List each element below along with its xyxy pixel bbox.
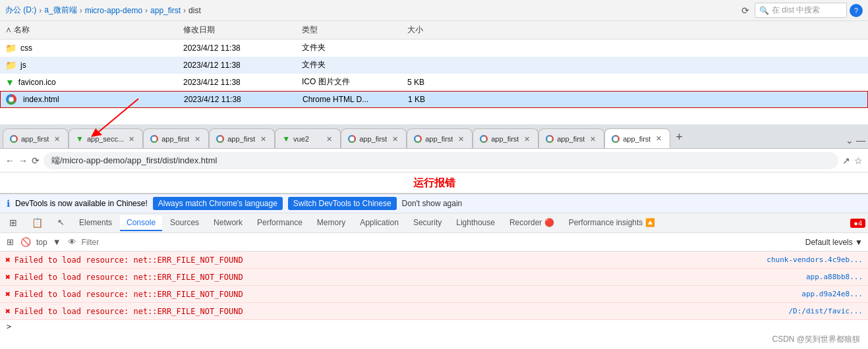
error-src-3[interactable]: app.d9a24e8... bbox=[801, 290, 863, 298]
tab-close-9[interactable]: ✕ bbox=[589, 134, 597, 144]
match-language-button[interactable]: Always match Chrome's language bbox=[153, 197, 283, 210]
chrome-icon bbox=[612, 135, 620, 143]
tab-scroll-minimize[interactable]: — bbox=[856, 135, 865, 146]
dt-tab-inspect-icon[interactable]: 📋 bbox=[25, 215, 49, 232]
sidebar-toggle-icon[interactable]: ⊞ bbox=[5, 236, 15, 248]
file-explorer: 办公 (D:) › a_微前端 › micro-app-demo › app_f… bbox=[0, 0, 868, 125]
tab-close-6[interactable]: ✕ bbox=[391, 134, 399, 144]
tab-app-first-6[interactable]: app_first ✕ bbox=[473, 128, 538, 148]
breadcrumb-item-2[interactable]: a_微前端 bbox=[44, 5, 76, 16]
file-row-js[interactable]: 📁 js 2023/4/12 11:38 文件夹 bbox=[0, 57, 868, 74]
error-icon-4: ✖ bbox=[5, 306, 11, 316]
tab-network[interactable]: Network bbox=[207, 215, 249, 231]
devtools-tabs: ⊞ 📋 ↖ Elements Console Sources Network P… bbox=[0, 213, 868, 233]
tab-app-first-5[interactable]: app_first ✕ bbox=[407, 128, 473, 148]
file-row-favicon[interactable]: ▼ favicon.ico 2023/4/12 11:38 ICO 图片文件 5… bbox=[0, 74, 868, 91]
tab-perf-insights[interactable]: Performance insights 🔼 bbox=[562, 215, 662, 231]
tab-close-10[interactable]: ✕ bbox=[654, 134, 663, 144]
chrome-icon bbox=[414, 135, 422, 143]
forward-icon[interactable]: → bbox=[18, 155, 28, 166]
refresh-icon[interactable]: ⟳ bbox=[32, 155, 40, 166]
chrome-icon bbox=[6, 94, 16, 105]
csdn-watermark: CSDN @笑到世界都狼狈 bbox=[772, 334, 860, 345]
col-size: 大小 bbox=[407, 24, 460, 36]
tab-app-secc[interactable]: ▼ app_secc... ✕ bbox=[69, 128, 143, 148]
clear-console-icon[interactable]: 🚫 bbox=[19, 236, 32, 248]
tab-scroll-down[interactable]: ⌄ bbox=[846, 135, 854, 146]
tab-arrows: ⌄ — bbox=[846, 135, 865, 148]
console-errors: ✖ Failed to load resource: net::ERR_FILE… bbox=[0, 252, 868, 333]
filter-input[interactable] bbox=[82, 238, 801, 247]
error-icon-3: ✖ bbox=[5, 289, 11, 299]
error-src-1[interactable]: chunk-vendors.4c9eb... bbox=[767, 255, 863, 264]
tab-app-first-4[interactable]: app_first ✕ bbox=[341, 128, 407, 148]
breadcrumb-bar: 办公 (D:) › a_微前端 › micro-app-demo › app_f… bbox=[0, 0, 868, 21]
tab-lighthouse[interactable]: Lighthouse bbox=[449, 215, 502, 231]
info-icon: ℹ bbox=[7, 198, 10, 209]
console-row-2: ✖ Failed to load resource: net::ERR_FILE… bbox=[0, 269, 868, 286]
file-name-js: 📁 js bbox=[5, 60, 183, 70]
tab-elements[interactable]: Elements bbox=[72, 215, 119, 231]
dt-tab-cursor-icon[interactable]: ↖ bbox=[51, 215, 71, 231]
error-src-2[interactable]: app.a88bb8... bbox=[806, 273, 863, 281]
breadcrumb-item-3[interactable]: micro-app-demo bbox=[85, 6, 142, 15]
tab-close-4[interactable]: ✕ bbox=[259, 134, 268, 144]
console-row-3: ✖ Failed to load resource: net::ERR_FILE… bbox=[0, 286, 868, 303]
breadcrumb-item-4[interactable]: app_first bbox=[150, 6, 181, 15]
tab-console[interactable]: Console bbox=[120, 215, 162, 231]
file-table-header: ∧ 名称 修改日期 类型 大小 bbox=[0, 21, 868, 40]
col-name: ∧ 名称 bbox=[5, 24, 183, 36]
error-msg-4: Failed to load resource: net::ERR_FILE_N… bbox=[14, 307, 785, 316]
tab-vue2[interactable]: ▼ vue2 ✕ bbox=[275, 128, 341, 148]
chrome-icon bbox=[216, 135, 224, 143]
tab-app-first-3[interactable]: app_first ✕ bbox=[209, 128, 275, 148]
tabs-bar: app_first ✕ ▼ app_secc... ✕ app_first ✕ … bbox=[0, 125, 868, 149]
vue-icon: ▼ bbox=[76, 134, 84, 144]
breadcrumb-current: dist bbox=[188, 6, 201, 15]
new-tab-button[interactable]: + bbox=[670, 128, 688, 147]
bookmark-icon[interactable]: ☆ bbox=[854, 155, 863, 166]
chrome-icon bbox=[10, 135, 18, 143]
context-dropdown-icon[interactable]: ▼ bbox=[51, 236, 63, 248]
error-count: ●4 bbox=[850, 219, 865, 228]
vue-icon: ▼ bbox=[5, 77, 14, 88]
file-row-index[interactable]: index.html 2023/4/12 11:38 Chrome HTML D… bbox=[0, 91, 868, 108]
tab-memory[interactable]: Memory bbox=[310, 215, 352, 231]
dt-tab-sidepanel-icon[interactable]: ⊞ bbox=[3, 215, 24, 232]
error-src-4[interactable]: /D:/dist/favic... bbox=[788, 307, 863, 315]
eye-icon[interactable]: 👁 bbox=[67, 236, 78, 248]
tab-performance[interactable]: Performance bbox=[250, 215, 309, 231]
console-prompt: > bbox=[0, 320, 868, 333]
share-icon[interactable]: ↗ bbox=[842, 155, 850, 166]
tab-close-1[interactable]: ✕ bbox=[53, 134, 61, 144]
tab-close-2[interactable]: ✕ bbox=[127, 134, 136, 144]
levels-dropdown[interactable]: Default levels ▼ bbox=[805, 238, 863, 247]
dont-show-again-button[interactable]: Don't show again bbox=[402, 199, 463, 208]
breadcrumb-item-1[interactable]: 办公 (D:) bbox=[5, 5, 36, 16]
file-row-css[interactable]: 📁 css 2023/4/12 11:38 文件夹 bbox=[0, 40, 868, 57]
tab-close-5[interactable]: ✕ bbox=[325, 134, 333, 144]
switch-chinese-button[interactable]: Switch DevTools to Chinese bbox=[288, 197, 397, 210]
console-row-1: ✖ Failed to load resource: net::ERR_FILE… bbox=[0, 252, 868, 269]
tab-app-first-1[interactable]: app_first ✕ bbox=[3, 128, 69, 148]
col-type: 类型 bbox=[302, 24, 407, 36]
error-msg-3: Failed to load resource: net::ERR_FILE_N… bbox=[14, 290, 797, 299]
vue-icon: ▼ bbox=[282, 134, 290, 144]
back-icon[interactable]: ← bbox=[5, 155, 14, 166]
tab-security[interactable]: Security bbox=[407, 215, 448, 231]
file-name-favicon: ▼ favicon.ico bbox=[5, 77, 183, 88]
search-icon: 🔍 bbox=[759, 6, 769, 15]
tab-recorder[interactable]: Recorder 🔴 bbox=[503, 215, 561, 231]
tab-app-first-7[interactable]: app_first ✕ bbox=[538, 128, 604, 148]
tab-sources[interactable]: Sources bbox=[163, 215, 206, 231]
chrome-icon bbox=[480, 135, 488, 143]
refresh-button[interactable]: ⟳ bbox=[739, 4, 752, 17]
url-input[interactable] bbox=[43, 152, 838, 169]
help-button[interactable]: ? bbox=[850, 4, 863, 17]
tab-app-first-2[interactable]: app_first ✕ bbox=[143, 128, 209, 148]
tab-close-7[interactable]: ✕ bbox=[457, 134, 465, 144]
tab-close-8[interactable]: ✕ bbox=[523, 134, 531, 144]
tab-application[interactable]: Application bbox=[353, 215, 405, 231]
tab-app-first-active[interactable]: app_first ✕ bbox=[604, 128, 670, 148]
tab-close-3[interactable]: ✕ bbox=[193, 134, 202, 144]
